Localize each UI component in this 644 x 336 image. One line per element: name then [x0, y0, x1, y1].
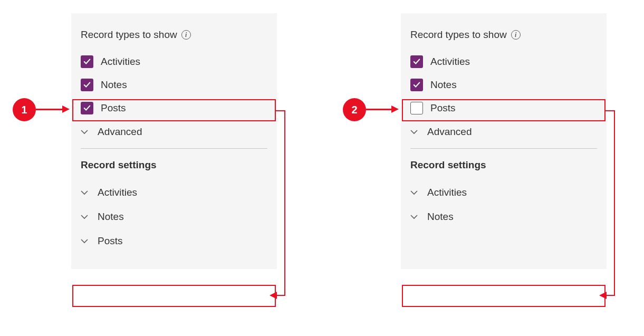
- callout-two: 2: [343, 98, 366, 121]
- checkmark-icon: [83, 104, 91, 112]
- annotation-connector: [614, 110, 615, 296]
- chevron-down-icon: [81, 214, 88, 219]
- chevron-down-icon: [81, 129, 88, 135]
- checkbox-label: Notes: [101, 79, 127, 91]
- arrow-head-icon: [599, 292, 607, 299]
- settings-row-empty: [401, 229, 607, 253]
- checkbox-label: Posts: [430, 102, 456, 114]
- checkbox-row-activities[interactable]: Activities: [401, 50, 607, 73]
- highlight-posts-settings-left: [72, 285, 276, 307]
- highlight-posts-settings-right: [402, 285, 605, 307]
- checkbox-label: Activities: [101, 56, 140, 68]
- checkbox-row-posts[interactable]: Posts: [401, 97, 607, 120]
- settings-row-notes[interactable]: Notes: [71, 205, 277, 229]
- chevron-down-icon: [410, 214, 418, 219]
- advanced-expander[interactable]: Advanced: [71, 120, 277, 144]
- settings-panel-left: Record types to show i Activities Notes …: [71, 13, 277, 269]
- checkbox-notes[interactable]: [81, 79, 93, 91]
- info-icon[interactable]: i: [511, 30, 521, 40]
- advanced-label: Advanced: [98, 126, 142, 138]
- record-settings-header: Record settings: [401, 152, 607, 180]
- settings-row-label: Notes: [427, 211, 454, 223]
- settings-row-notes[interactable]: Notes: [401, 205, 607, 229]
- checkbox-row-notes[interactable]: Notes: [401, 73, 607, 97]
- settings-row-label: Activities: [98, 187, 137, 198]
- checkbox-posts[interactable]: [81, 102, 93, 114]
- record-types-label: Record types to show: [81, 29, 177, 41]
- chevron-down-icon: [81, 238, 88, 244]
- chevron-down-icon: [81, 190, 88, 195]
- checkbox-notes[interactable]: [410, 79, 423, 91]
- divider: [81, 148, 267, 149]
- chevron-down-icon: [410, 190, 418, 195]
- record-types-header: Record types to show i: [401, 24, 607, 50]
- chevron-down-icon: [410, 129, 418, 135]
- checkbox-posts[interactable]: [410, 102, 423, 114]
- annotation-connector: [605, 295, 615, 296]
- settings-row-activities[interactable]: Activities: [71, 180, 277, 205]
- callout-one: 1: [13, 98, 36, 121]
- checkbox-label: Notes: [430, 79, 457, 91]
- advanced-expander[interactable]: Advanced: [401, 120, 607, 144]
- settings-panel-right: Record types to show i Activities Notes …: [401, 13, 607, 269]
- checkbox-row-activities[interactable]: Activities: [71, 50, 277, 73]
- record-types-label: Record types to show: [410, 29, 507, 41]
- checkbox-row-posts[interactable]: Posts: [71, 97, 277, 120]
- arrow-head-icon: [270, 292, 277, 299]
- settings-row-label: Posts: [98, 235, 123, 247]
- annotation-connector: [276, 295, 285, 296]
- checkbox-activities[interactable]: [410, 55, 423, 68]
- annotation-arrow: [366, 109, 391, 110]
- checkbox-activities[interactable]: [81, 55, 93, 68]
- arrow-head-icon: [391, 105, 399, 113]
- checkbox-label: Activities: [430, 56, 470, 68]
- checkbox-label: Posts: [101, 102, 126, 114]
- annotation-arrow: [36, 109, 62, 110]
- record-settings-header: Record settings: [71, 152, 277, 180]
- checkmark-icon: [83, 81, 91, 89]
- checkbox-row-notes[interactable]: Notes: [71, 73, 277, 97]
- settings-row-posts[interactable]: Posts: [71, 229, 277, 253]
- divider: [410, 148, 597, 149]
- checkmark-icon: [413, 81, 420, 89]
- info-icon[interactable]: i: [181, 30, 191, 40]
- advanced-label: Advanced: [427, 126, 472, 138]
- checkmark-icon: [83, 58, 91, 65]
- record-types-header: Record types to show i: [71, 24, 277, 50]
- settings-row-label: Notes: [98, 211, 124, 223]
- checkmark-icon: [413, 58, 420, 65]
- arrow-head-icon: [62, 105, 70, 113]
- annotation-connector: [284, 110, 285, 296]
- settings-row-activities[interactable]: Activities: [401, 180, 607, 205]
- settings-row-label: Activities: [427, 187, 467, 198]
